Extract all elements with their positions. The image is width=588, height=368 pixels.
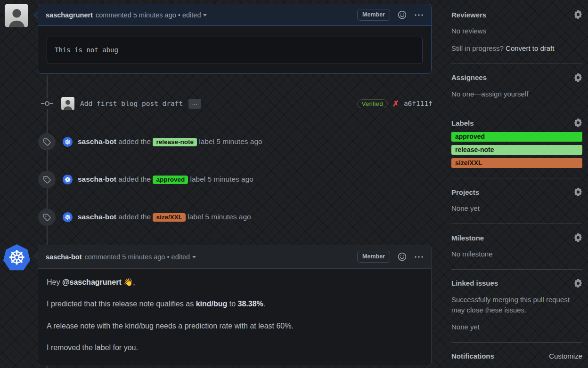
tag-icon bbox=[38, 133, 56, 151]
sidebar-section-labels: Labels approved release-note size/XXL bbox=[451, 119, 582, 178]
ci-failed-x-icon[interactable]: ✗ bbox=[392, 99, 399, 109]
event-actor[interactable]: sascha-bot bbox=[78, 175, 116, 183]
speech-caret bbox=[34, 11, 38, 19]
section-title: Linked issues bbox=[451, 279, 498, 287]
label-chip[interactable]: approved bbox=[153, 176, 188, 184]
event-text: sascha-bot added the approved label 5 mi… bbox=[78, 175, 253, 184]
kubernetes-logo-icon: ☸ bbox=[65, 138, 71, 145]
sidebar-section-projects: Projects None yet bbox=[451, 188, 582, 224]
reviewers-empty-text: No reviews bbox=[451, 26, 582, 36]
gear-icon[interactable] bbox=[574, 233, 582, 242]
label-event-row: ☸ sascha-bot added the release-note labe… bbox=[38, 133, 433, 151]
pull-request-conversation-page: saschagrunert commented 5 minutes ago • … bbox=[0, 0, 588, 368]
commit-author-avatar[interactable] bbox=[61, 97, 74, 110]
comment-paragraph: A release note with the kind/bug needs a… bbox=[47, 321, 423, 331]
projects-empty-text: None yet bbox=[451, 203, 582, 214]
convert-to-draft-link[interactable]: Convert to draft bbox=[506, 44, 554, 52]
comment-timestamp: commented 5 minutes ago • edited bbox=[85, 253, 196, 261]
section-title: Labels bbox=[451, 119, 474, 127]
label-chip[interactable]: release-note bbox=[153, 138, 197, 146]
event-actor[interactable]: sascha-bot bbox=[78, 137, 116, 145]
comment-header: saschagrunert commented 5 minutes ago • … bbox=[38, 4, 431, 26]
member-badge: Member bbox=[357, 251, 390, 263]
bot-avatar[interactable]: ☸ bbox=[63, 212, 73, 222]
comment-card-saschagrunert: saschagrunert commented 5 minutes ago • … bbox=[38, 4, 432, 74]
event-actor[interactable]: sascha-bot bbox=[78, 213, 116, 221]
smiley-icon bbox=[398, 252, 407, 261]
kebab-icon bbox=[414, 14, 424, 16]
add-reaction-button[interactable] bbox=[398, 252, 407, 261]
bot-avatar[interactable]: ☸ bbox=[63, 137, 73, 147]
comment-options-button[interactable] bbox=[414, 14, 424, 16]
bot-avatar[interactable]: ☸ bbox=[63, 175, 73, 184]
convert-to-draft-row: Still in progress? Convert to draft bbox=[451, 43, 582, 54]
user-mention[interactable]: @saschagrunert bbox=[62, 278, 122, 286]
kubernetes-logo-icon: ☸ bbox=[65, 176, 71, 183]
comment-code-block: This is not abug bbox=[47, 37, 423, 64]
member-badge: Member bbox=[357, 9, 390, 21]
comment-paragraph: I removed the label for you. bbox=[47, 343, 423, 353]
bot-avatar-large[interactable]: ☸ bbox=[3, 244, 30, 271]
label-event-row: ☸ sascha-bot added the approved label 5 … bbox=[38, 170, 433, 188]
label-event-row: ☸ sascha-bot added the size/XXL label 5 … bbox=[38, 208, 433, 226]
gear-icon[interactable] bbox=[574, 119, 582, 127]
git-commit-icon bbox=[40, 98, 54, 109]
event-text: sascha-bot added the release-note label … bbox=[78, 137, 262, 146]
comment-paragraph: I predicted that this release note quali… bbox=[47, 299, 423, 309]
comment-options-button[interactable] bbox=[414, 256, 424, 258]
comment-timestamp: commented 5 minutes ago • edited bbox=[96, 11, 207, 19]
section-title: Milestone bbox=[451, 234, 484, 242]
gear-icon[interactable] bbox=[574, 10, 582, 19]
event-text: sascha-bot added the size/XXL label 5 mi… bbox=[78, 213, 251, 222]
gear-icon[interactable] bbox=[574, 73, 582, 82]
sidebar-section-milestone: Milestone No milestone bbox=[451, 233, 582, 270]
sidebar-label-release-note[interactable]: release-note bbox=[451, 145, 582, 155]
author-avatar[interactable] bbox=[5, 4, 28, 27]
section-title: Projects bbox=[451, 188, 479, 196]
sidebar-label-size-xxl[interactable]: size/XXL bbox=[451, 158, 582, 168]
sidebar-section-reviewers: Reviewers No reviews Still in progress? … bbox=[451, 10, 582, 64]
assignees-empty-text[interactable]: No one—assign yourself bbox=[451, 89, 582, 99]
comment-body: This is not abug bbox=[38, 26, 431, 73]
speech-caret bbox=[34, 252, 38, 260]
sidebar: Reviewers No reviews Still in progress? … bbox=[451, 10, 582, 368]
kebab-icon bbox=[414, 256, 424, 258]
section-title: Assignees bbox=[451, 73, 487, 81]
tag-icon bbox=[38, 208, 56, 226]
person-silhouette-icon bbox=[62, 99, 74, 110]
kubernetes-logo-icon: ☸ bbox=[65, 214, 71, 221]
sidebar-label-approved[interactable]: approved bbox=[451, 132, 582, 142]
commit-sha[interactable]: a6f111f bbox=[404, 100, 433, 107]
label-chip[interactable]: size/XXL bbox=[153, 213, 186, 222]
comment-author[interactable]: saschagrunert bbox=[46, 11, 93, 19]
edited-dropdown-icon[interactable] bbox=[192, 256, 196, 258]
comment-header: sascha-bot commented 5 minutes ago • edi… bbox=[38, 245, 431, 269]
gear-icon[interactable] bbox=[574, 188, 582, 196]
commit-row: Add first blog post draft … Verified ✗ a… bbox=[61, 96, 433, 111]
sidebar-section-linked-issues: Linked issues Successfully merging this … bbox=[451, 279, 582, 343]
linked-issues-empty-text: None yet bbox=[451, 322, 582, 332]
linked-issues-description: Successfully merging this pull request m… bbox=[451, 295, 582, 315]
wave-emoji: 👋 bbox=[122, 278, 133, 286]
add-reaction-button[interactable] bbox=[398, 10, 407, 19]
gear-icon[interactable] bbox=[574, 279, 582, 288]
comment-paragraph: Hey @saschagrunert 👋, bbox=[47, 277, 423, 288]
kubernetes-logo-icon: ☸ bbox=[8, 248, 26, 268]
tag-icon bbox=[38, 171, 56, 188]
edited-dropdown-icon[interactable] bbox=[203, 14, 207, 16]
customize-notifications-link[interactable]: Customize bbox=[549, 352, 582, 360]
section-title: Reviewers bbox=[451, 11, 486, 19]
section-title: Notifications bbox=[451, 352, 494, 360]
comment-author[interactable]: sascha-bot bbox=[46, 253, 82, 261]
commit-message[interactable]: Add first blog post draft bbox=[80, 100, 183, 107]
verified-badge[interactable]: Verified bbox=[357, 99, 388, 108]
person-silhouette-icon bbox=[7, 7, 27, 27]
comment-body: Hey @saschagrunert 👋, I predicted that t… bbox=[38, 269, 431, 366]
smiley-icon bbox=[398, 10, 407, 19]
milestone-empty-text: No milestone bbox=[451, 249, 582, 259]
sidebar-section-assignees: Assignees No one—assign yourself bbox=[451, 73, 582, 110]
sidebar-section-notifications: Notifications Customize bbox=[451, 352, 582, 360]
commit-expand-button[interactable]: … bbox=[188, 99, 201, 109]
comment-card-sascha-bot: sascha-bot commented 5 minutes ago • edi… bbox=[38, 245, 432, 366]
